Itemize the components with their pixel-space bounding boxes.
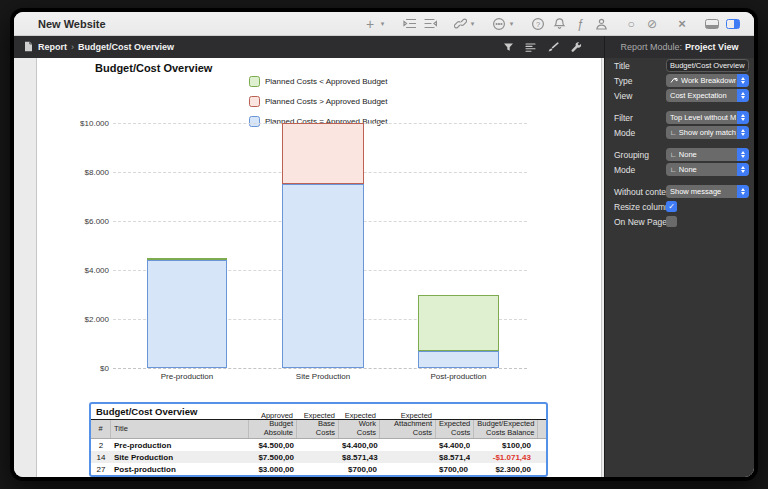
report-table-block[interactable]: Budget/Cost Overview #TitleApproved Budg… <box>89 402 548 477</box>
link-icon[interactable] <box>453 16 467 32</box>
notifications-bell-icon[interactable] <box>552 16 566 32</box>
stepper-up-arrow <box>741 166 745 169</box>
table-cell-approved: $3.000,00 <box>249 465 297 474</box>
table-cell-title: Pre-production <box>111 441 249 450</box>
inspector-row: On New Page <box>605 215 754 230</box>
view-popup[interactable]: Cost Expectation <box>666 89 749 102</box>
window-title: New Website <box>14 18 106 30</box>
table-header-cell[interactable]: Budget/Expected Costs Balance <box>474 420 538 438</box>
table-header-cell[interactable] <box>538 420 548 438</box>
mode-popup[interactable]: ∟None <box>666 163 749 176</box>
report-actions <box>492 36 582 58</box>
table-header-cell[interactable]: # <box>91 420 111 438</box>
y-axis-tick-label: $2.000 <box>37 315 109 324</box>
on-new-page-checkbox[interactable] <box>666 216 677 227</box>
report-module-label: Report Module: <box>621 42 683 52</box>
table-row[interactable]: 14Site Production$7.500,00$8.571,43$8.57… <box>91 451 546 463</box>
popup-value: Cost Expectation <box>670 91 727 100</box>
table-header-cell[interactable]: Approved Budget Absolute <box>249 420 297 438</box>
table-row[interactable]: 27Post-production$3.000,00$700,00$700,00… <box>91 463 546 475</box>
breadcrumb: Report › Budget/Cost Overview <box>14 36 492 58</box>
y-axis-tick-label: $0 <box>37 364 109 373</box>
document-icon <box>24 38 33 56</box>
table-header-cell[interactable]: Expected Costs <box>436 420 474 438</box>
filter-popup[interactable]: Top Level without Mil… <box>666 111 749 124</box>
table-header-cell[interactable]: Expected Attachment Costs <box>380 420 436 438</box>
table-cell-title: Post-production <box>111 465 249 474</box>
popup-stepper-icon <box>737 111 749 124</box>
outdent-icon[interactable] <box>423 16 437 32</box>
stepper-up-arrow <box>741 92 745 95</box>
close-x-icon[interactable]: × <box>675 16 689 32</box>
link-chevron-icon[interactable]: ▾ <box>469 16 476 32</box>
type-popup[interactable]: Work Breakdown <box>666 74 749 87</box>
bottom-panel-icon[interactable] <box>705 16 719 32</box>
mode-popup[interactable]: ∟Show only matchin… <box>666 126 749 139</box>
inspector-label: Mode <box>614 128 635 138</box>
x-axis-category-label: Post-production <box>389 372 529 381</box>
bar-segment-under[interactable] <box>147 258 227 260</box>
add-chevron-icon[interactable]: ▾ <box>379 16 386 32</box>
style-brush-icon[interactable] <box>547 42 559 53</box>
bar-segment-over[interactable] <box>282 123 364 184</box>
table-cell-work: $700,00 <box>339 465 380 474</box>
bar-segment-under[interactable] <box>418 295 499 351</box>
table-row[interactable]: 2Pre-production$4.500,00$4.400,00$4.400,… <box>91 439 546 451</box>
y-axis-tick-label: $4.000 <box>37 266 109 275</box>
indent-icon[interactable] <box>402 16 416 32</box>
wrench-icon[interactable] <box>570 42 582 53</box>
work-breakdown-icon <box>670 77 678 84</box>
breadcrumb-page[interactable]: Budget/Cost Overview <box>78 42 174 52</box>
user-icon[interactable] <box>594 16 608 32</box>
inherited-value-icon: ∟ <box>670 129 677 136</box>
right-panel-icon[interactable] <box>726 16 740 32</box>
table-cell-approved: $7.500,00 <box>249 453 297 462</box>
breadcrumb-section[interactable]: Report <box>38 42 67 52</box>
inspector-label: Filter <box>614 113 633 123</box>
inspector-label: Title <box>614 61 630 71</box>
inspector-row: Grouping∟None <box>605 148 754 163</box>
popup-value: Show only matchin… <box>679 128 736 137</box>
function-icon[interactable]: ƒ <box>573 16 587 32</box>
more-chevron-icon[interactable]: ▾ <box>508 16 515 32</box>
align-lines-icon[interactable] <box>525 42 536 53</box>
table-cell-costs: $4.400,00 <box>436 441 470 450</box>
legend-swatch <box>249 96 260 107</box>
svg-text:?: ? <box>536 19 540 28</box>
table-cell-title: Site Production <box>111 453 249 462</box>
bar-segment-equal[interactable] <box>418 351 499 368</box>
inherited-value-icon: ∟ <box>670 151 677 158</box>
add-icon[interactable]: + <box>363 16 377 32</box>
inspector-label: Mode <box>614 165 635 175</box>
table-header-cell[interactable]: Expected Work Costs <box>339 420 380 438</box>
y-axis-tick-label: $8.000 <box>37 168 109 177</box>
stepper-down-arrow <box>741 155 745 158</box>
grouping-popup[interactable]: ∟None <box>666 148 749 161</box>
inherited-value-icon: ∟ <box>670 166 677 173</box>
inspector-row: TypeWork Breakdown <box>605 74 754 89</box>
table-header-cell[interactable]: Title <box>111 420 249 438</box>
bar-segment-equal[interactable] <box>282 184 364 368</box>
bar-segment-equal[interactable] <box>147 260 227 368</box>
status-circle-icon[interactable]: ⊘ <box>645 16 659 32</box>
filter-icon[interactable] <box>503 42 514 53</box>
more-actions-icon[interactable] <box>492 16 506 32</box>
title-input[interactable]: Budget/Cost Overview <box>666 59 749 72</box>
report-module-header: Report Module: Project View <box>604 36 754 58</box>
table-cell-balance: $100,00 <box>470 441 534 450</box>
help-icon[interactable]: ? <box>531 16 545 32</box>
report-toolbar: Report › Budget/Cost Overview Re <box>14 36 754 58</box>
table-cell-num: 27 <box>91 465 111 474</box>
x-axis-category-label: Pre-production <box>117 372 257 381</box>
stepper-up-arrow <box>741 77 745 80</box>
sync-circle-icon[interactable]: ○ <box>624 16 638 32</box>
table-cell-balance: -$1.071,43 <box>470 453 534 462</box>
table-header-cell[interactable]: Expected Base Costs <box>297 420 339 438</box>
popup-value: Top Level without Mil… <box>670 113 736 122</box>
without-content-popup[interactable]: Show message <box>666 185 749 198</box>
inspector-row: Mode∟Show only matchin… <box>605 126 754 141</box>
gridline <box>113 368 527 369</box>
stepper-up-arrow <box>741 129 745 132</box>
legend-swatch <box>249 76 260 87</box>
resize-columns-checkbox[interactable]: ✓ <box>666 201 677 212</box>
